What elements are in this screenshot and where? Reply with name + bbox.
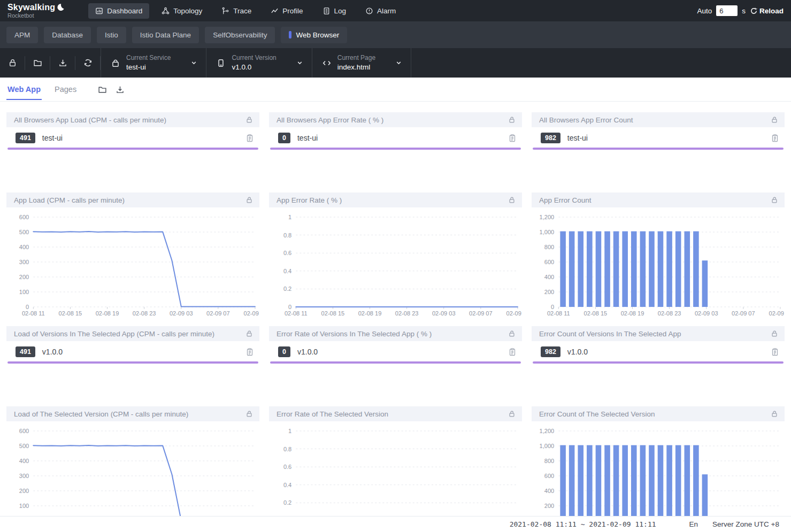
- lock-icon[interactable]: [771, 116, 778, 124]
- card-title: Load of The Selected Version (CPM - call…: [14, 410, 245, 418]
- card-all-browsers-app-error-count: All Browsers App Error Count 982 test-ui: [532, 112, 785, 192]
- chevron-down-icon: [176, 59, 197, 66]
- lock-icon[interactable]: [508, 330, 516, 337]
- refresh-button[interactable]: [75, 48, 100, 78]
- current-page-selector[interactable]: Current Page index.html: [312, 48, 411, 78]
- folder-icon[interactable]: [98, 85, 107, 94]
- nav-label: Profile: [282, 7, 303, 15]
- import-template-button[interactable]: [25, 48, 50, 78]
- clipboard-icon[interactable]: [245, 134, 254, 142]
- dashboard-tab-apm[interactable]: APM: [6, 27, 38, 43]
- lock-icon[interactable]: [508, 410, 516, 418]
- card-all-browsers-app-error-rate: All Browsers App Error Rate ( % ) 0 test…: [269, 112, 522, 192]
- view-tabbar: Web App Pages: [0, 78, 791, 102]
- nav-item-dashboard[interactable]: Dashboard: [88, 3, 149, 19]
- selector-value: index.html: [337, 64, 375, 71]
- chart-row-app: App Load (CPM - calls per minute) 600500…: [6, 192, 785, 326]
- clipboard-icon[interactable]: [771, 134, 779, 142]
- dashboard-tab-istio[interactable]: Istio: [97, 27, 126, 43]
- nav-item-log[interactable]: Log: [316, 3, 354, 19]
- card-app-error-count-chart: App Error Count 1,2001,00080060040020000…: [532, 192, 785, 326]
- nav-item-trace[interactable]: Trace: [214, 3, 258, 19]
- clipboard-icon[interactable]: [508, 348, 517, 356]
- language-selector[interactable]: En: [689, 520, 698, 528]
- dashboard-tab-database[interactable]: Database: [44, 27, 91, 43]
- selected-version-error-rate-line-chart: 10.80.60.40.2002-08 1102-08 1502-08 1902…: [269, 421, 522, 532]
- stat-label: test-ui: [297, 134, 508, 142]
- svg-text:1,000: 1,000: [540, 443, 555, 449]
- export-template-button[interactable]: [50, 48, 75, 78]
- svg-text:02-09 07: 02-09 07: [732, 310, 755, 317]
- svg-text:0: 0: [551, 304, 554, 310]
- dashboard-tab-web-browser[interactable]: Web Browser: [281, 27, 347, 43]
- stat-label: test-ui: [42, 134, 245, 142]
- log-icon: [322, 7, 331, 15]
- lock-icon[interactable]: [508, 116, 516, 124]
- selected-version-load-line-chart: 600500400300200100002-08 1102-08 1502-08…: [6, 421, 259, 532]
- svg-text:100: 100: [19, 503, 29, 509]
- clipboard-icon[interactable]: [771, 348, 779, 356]
- svg-text:02-09 07: 02-09 07: [469, 310, 493, 317]
- current-service-selector[interactable]: Current Service test-ui: [101, 48, 206, 78]
- svg-text:02-08 11: 02-08 11: [547, 310, 570, 317]
- stat-underline-bar: [270, 361, 521, 364]
- card-title: Error Rate of Versions In The Selected A…: [277, 330, 508, 338]
- svg-text:400: 400: [19, 458, 29, 464]
- lock-icon[interactable]: [508, 196, 516, 204]
- selector-label: Current Page: [337, 55, 375, 61]
- nav-item-alarm[interactable]: Alarm: [358, 3, 403, 19]
- auto-reload-group: Auto s Reload: [697, 5, 784, 16]
- svg-text:500: 500: [19, 443, 29, 449]
- dashboard-tab-selfobservability[interactable]: SelfObservability: [205, 27, 275, 43]
- svg-text:02-08 11: 02-08 11: [22, 310, 45, 317]
- card-title: App Load (CPM - calls per minute): [14, 196, 245, 204]
- lock-icon[interactable]: [771, 330, 778, 337]
- clipboard-icon[interactable]: [245, 348, 254, 356]
- nav-item-profile[interactable]: Profile: [264, 3, 310, 19]
- moon-logo-icon: [56, 3, 65, 12]
- nav-item-topology[interactable]: Topology: [155, 3, 209, 19]
- svg-text:600: 600: [19, 428, 29, 434]
- svg-text:0.2: 0.2: [283, 286, 291, 292]
- svg-text:1,000: 1,000: [540, 229, 555, 235]
- tab-label: Web Browser: [296, 31, 339, 39]
- clipboard-icon[interactable]: [508, 134, 517, 142]
- svg-text:02-09 11: 02-09 11: [769, 310, 785, 317]
- svg-text:0.2: 0.2: [283, 499, 291, 506]
- tab-web-app[interactable]: Web App: [6, 79, 42, 100]
- lock-toggle-button[interactable]: [0, 48, 25, 78]
- reload-icon: [750, 7, 758, 15]
- brand: Skywalking Rocketbot: [7, 3, 65, 19]
- lock-icon: [8, 58, 17, 67]
- app-error-rate-line-chart: 10.80.60.40.2002-08 1102-08 1502-08 1902…: [269, 207, 522, 321]
- lock-icon[interactable]: [771, 196, 778, 204]
- lock-icon[interactable]: [245, 330, 253, 337]
- stat-value-badge: 491: [16, 133, 35, 143]
- app-error-count-bar-chart: 1,2001,000800600400200002-08 1102-08 150…: [532, 207, 785, 321]
- card-title: All Browsers App Load (CPM - calls per m…: [14, 116, 245, 124]
- lock-icon[interactable]: [771, 410, 778, 418]
- stat-underline-bar: [7, 361, 258, 364]
- lock-icon[interactable]: [245, 196, 253, 204]
- svg-text:600: 600: [544, 259, 554, 265]
- profile-icon: [271, 7, 279, 15]
- auto-interval-input[interactable]: [716, 5, 738, 16]
- reload-button[interactable]: Reload: [750, 7, 784, 15]
- svg-text:200: 200: [19, 274, 29, 280]
- time-range-picker[interactable]: 2021-02-08 11:11 ~ 2021-02-09 11:11: [510, 520, 656, 528]
- download-icon[interactable]: [116, 85, 125, 94]
- lock-icon[interactable]: [245, 116, 253, 124]
- card-error-count-of-versions: Error Count of Versions In The Selected …: [532, 326, 785, 406]
- current-version-selector[interactable]: Current Version v1.0.0: [206, 48, 311, 78]
- card-all-browsers-app-load: All Browsers App Load (CPM - calls per m…: [6, 112, 259, 192]
- svg-text:0.6: 0.6: [283, 250, 291, 256]
- tab-label: APM: [14, 31, 30, 39]
- svg-text:02-09 11: 02-09 11: [244, 310, 259, 317]
- lock-icon[interactable]: [245, 410, 253, 418]
- dashboard-tab-istio-data-plane[interactable]: Istio Data Plane: [132, 27, 199, 43]
- card-title: Load of Versions In The Selected App (CP…: [14, 330, 245, 338]
- svg-text:02-09 11: 02-09 11: [506, 310, 522, 317]
- svg-text:200: 200: [544, 503, 554, 509]
- tab-pages[interactable]: Pages: [53, 79, 78, 100]
- svg-text:02-08 15: 02-08 15: [584, 310, 608, 317]
